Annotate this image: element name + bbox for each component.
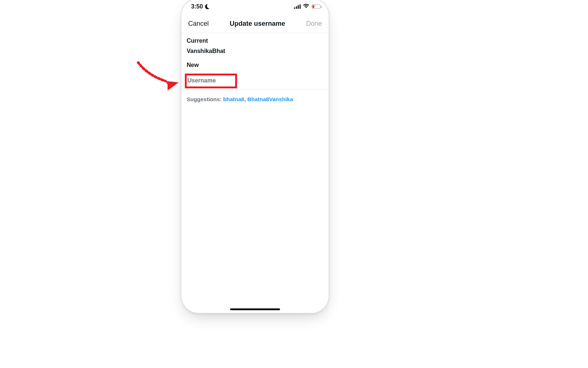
new-label: New — [187, 62, 323, 68]
suggestions-separator: , — [244, 96, 247, 102]
suggestion-link-1[interactable]: bhatna8 — [223, 96, 244, 102]
nav-bar: Cancel Update username Done — [182, 15, 329, 33]
suggestions-line: Suggestions: bhatna8, Bhatna8Vanshika — [182, 89, 329, 109]
annotation-arrow — [132, 59, 183, 92]
suggestion-link-2[interactable]: Bhatna8Vanshika — [247, 96, 293, 102]
new-username-input[interactable] — [187, 76, 323, 85]
phone-frame: 3:50 9 — [181, 0, 329, 314]
current-username-value: VanshikaBhat — [187, 48, 323, 54]
wifi-icon — [303, 3, 309, 10]
cellular-signal-icon — [294, 4, 301, 9]
done-button[interactable]: Done — [306, 20, 322, 28]
battery-icon: 9 — [312, 4, 320, 9]
do-not-disturb-icon — [205, 4, 210, 9]
page-title: Update username — [230, 20, 285, 28]
status-time: 3:50 — [191, 3, 203, 10]
new-section: New — [182, 57, 329, 89]
status-bar: 3:50 9 — [182, 0, 329, 15]
suggestions-label: Suggestions: — [187, 96, 223, 102]
current-label: Current — [187, 38, 323, 44]
cancel-button[interactable]: Cancel — [188, 20, 209, 28]
svg-marker-0 — [165, 81, 179, 91]
current-section: Current VanshikaBhat — [182, 33, 329, 57]
home-indicator — [230, 308, 280, 310]
